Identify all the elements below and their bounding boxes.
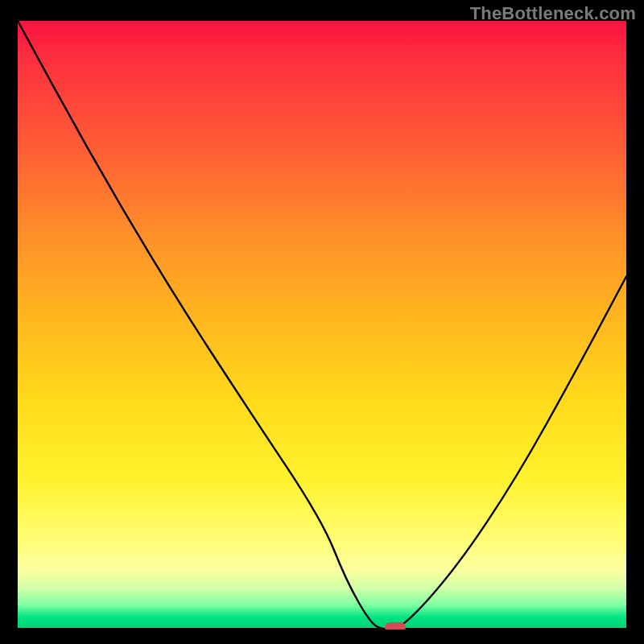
chart-frame: TheBottleneck.com [0,0,644,644]
watermark-text: TheBottleneck.com [470,3,636,24]
x-axis-line [18,628,626,630]
optimal-marker [385,622,406,630]
plot-area [18,21,626,630]
bottleneck-curve [18,21,626,630]
